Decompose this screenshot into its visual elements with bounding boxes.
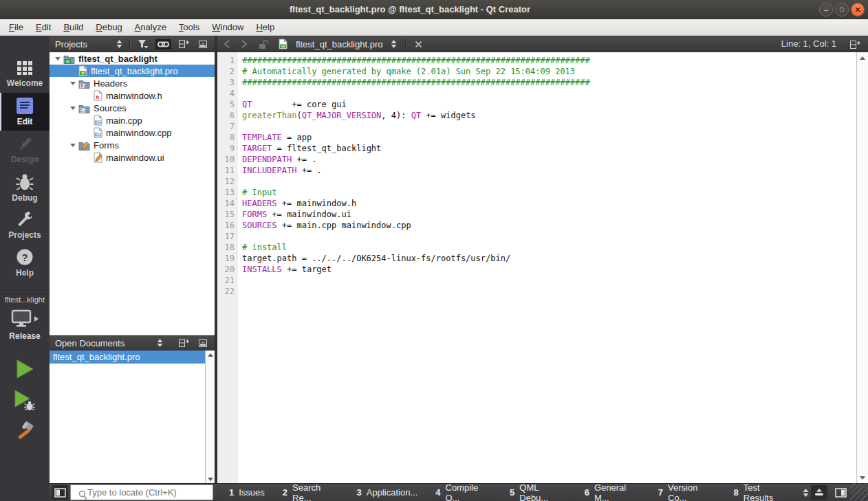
output-pane-number: 6	[585, 487, 589, 498]
open-documents-title[interactable]: Open Documents	[50, 338, 155, 348]
output-pane-test-results[interactable]: 8Test Results	[725, 484, 798, 501]
go-back-button[interactable]	[221, 38, 232, 50]
updown-button[interactable]	[155, 337, 165, 349]
projects-panel-title[interactable]: Projects	[50, 39, 114, 49]
open-documents-scrollbar[interactable]	[205, 350, 215, 483]
panel-close-icon	[198, 339, 208, 348]
window-title: fltest_qt_backlight.pro @ fltest_qt_back…	[0, 0, 820, 19]
updown-button[interactable]	[114, 38, 124, 50]
tree-item-label: mainwindow.cpp	[106, 128, 171, 138]
maximize-output-pane-button[interactable]	[811, 485, 827, 500]
expand-arrow-icon[interactable]	[67, 144, 78, 147]
close-document-button[interactable]	[413, 39, 424, 49]
run-button[interactable]	[12, 357, 37, 381]
mode-bar-separator	[0, 290, 50, 291]
split-add-icon	[178, 39, 189, 49]
split-editor-button[interactable]	[847, 38, 862, 51]
tree-item-headers[interactable]: hHeaders	[50, 77, 215, 89]
code-line	[242, 88, 856, 99]
toggle-left-sidebar-button[interactable]	[52, 485, 68, 500]
scroll-up-button[interactable]	[857, 54, 868, 62]
menu-build[interactable]: Build	[57, 19, 89, 36]
mode-welcome[interactable]: Welcome	[0, 55, 50, 93]
toggle-right-sidebar-button[interactable]	[833, 487, 849, 499]
menu-tools[interactable]: Tools	[173, 19, 206, 36]
document-dropdown-button[interactable]	[389, 38, 399, 50]
menu-window[interactable]: Window	[206, 19, 250, 36]
line-number-gutter: 12345678910111213141516171819202122	[217, 52, 238, 483]
tree-item-fltest-qt-backlight[interactable]: qtfltest_qt_backlight	[50, 52, 215, 65]
output-pane-issues[interactable]: 1Issues	[220, 484, 274, 501]
tree-item-mainwindow-cpp[interactable]: C++mainwindow.cpp	[50, 126, 215, 139]
output-pane-dropdown-button[interactable]	[801, 487, 811, 499]
mode-projects[interactable]: Projects	[0, 206, 50, 244]
go-forward-button[interactable]	[239, 38, 250, 50]
tree-item-sources[interactable]: C++Sources	[50, 102, 215, 114]
window-resize-grip[interactable]	[850, 483, 868, 501]
tree-item-mainwindow-ui[interactable]: mainwindow.ui	[50, 151, 215, 164]
scroll-up-button[interactable]	[206, 350, 215, 359]
tree-item-main-cpp[interactable]: C++main.cpp	[50, 114, 215, 126]
split-add-button[interactable]	[176, 337, 191, 349]
line-number: 16	[217, 220, 235, 231]
menu-edit[interactable]: Edit	[30, 19, 57, 36]
titlebar: fltest_qt_backlight.pro @ fltest_qt_back…	[0, 0, 868, 19]
tree-item-mainwindow-h[interactable]: hmainwindow.h	[50, 89, 215, 102]
output-pane-label: Version Co...	[668, 482, 716, 501]
go-back-icon	[224, 39, 230, 49]
panel-close-icon	[198, 40, 208, 49]
split-add-button[interactable]	[176, 38, 191, 50]
editor-tab-bar: qt fltest_qt_backlight.pro	[217, 36, 868, 52]
output-pane-application[interactable]: 3Application...	[348, 484, 427, 501]
open-document-fltest-qt-backlight-pro[interactable]: fltest_qt_backlight.pro	[50, 350, 205, 364]
panel-close-button[interactable]	[196, 38, 210, 50]
line-number: 17	[217, 231, 235, 242]
status-bar-right-buttons	[811, 485, 849, 500]
expand-arrow-icon[interactable]	[67, 107, 78, 110]
split-add-icon	[178, 338, 189, 348]
kit-selector-button[interactable]	[0, 309, 50, 329]
line-number: 7	[217, 121, 235, 132]
scroll-down-button[interactable]	[206, 475, 215, 483]
code-line: # Input	[242, 187, 856, 198]
expand-arrow-icon[interactable]	[67, 82, 78, 85]
mode-debug[interactable]: Debug	[0, 168, 50, 206]
close-button[interactable]: ✕	[851, 3, 865, 16]
mode-help[interactable]: ?Help	[0, 244, 50, 282]
output-pane-general-m[interactable]: 6General M...	[576, 484, 649, 501]
locator-input[interactable]	[70, 485, 213, 500]
output-pane-number: 1	[229, 487, 234, 498]
filter-button[interactable]	[135, 38, 151, 50]
output-pane-search-re[interactable]: 2Search Re...	[274, 484, 348, 501]
line-number: 8	[217, 132, 235, 143]
projects-header-icons	[114, 38, 215, 50]
expand-arrow-icon[interactable]	[52, 57, 63, 60]
editor-scrollbar[interactable]	[856, 52, 868, 483]
line-number: 4	[217, 88, 235, 99]
link-button[interactable]	[155, 39, 171, 49]
output-pane-compile-o[interactable]: 4Compile O...	[426, 484, 501, 501]
updown-icon	[391, 39, 397, 49]
tree-item-fltest-qt-backlight-pro[interactable]: qtfltest_qt_backlight.pro	[50, 65, 215, 77]
code-line	[242, 231, 856, 242]
scroll-down-button[interactable]	[857, 474, 868, 482]
mode-edit[interactable]: Edit	[0, 93, 50, 131]
code-line: greaterThan(QT_MAJOR_VERSION, 4): QT += …	[242, 110, 856, 121]
tree-item-forms[interactable]: Forms	[50, 139, 215, 151]
panel-close-button[interactable]	[196, 337, 210, 349]
svg-text:C++: C++	[95, 121, 101, 124]
menu-debug[interactable]: Debug	[89, 19, 128, 36]
mode-label: Projects	[8, 230, 41, 240]
run-debug-button[interactable]	[12, 388, 38, 412]
menu-help[interactable]: Help	[250, 19, 281, 36]
line-number: 11	[217, 165, 235, 176]
build-button[interactable]	[12, 419, 37, 443]
editor-code[interactable]: ########################################…	[238, 52, 856, 483]
menu-file[interactable]: File	[3, 19, 30, 36]
maximize-button[interactable]: □	[835, 3, 849, 16]
minimize-button[interactable]: –	[819, 3, 833, 16]
output-pane-version-co[interactable]: 7Version Co...	[649, 484, 725, 501]
output-pane-qml-debu[interactable]: 5QML Debu...	[501, 484, 576, 501]
open-document-selector[interactable]: fltest_qt_backlight.pro	[296, 39, 382, 49]
menu-analyze[interactable]: Analyze	[129, 19, 173, 36]
